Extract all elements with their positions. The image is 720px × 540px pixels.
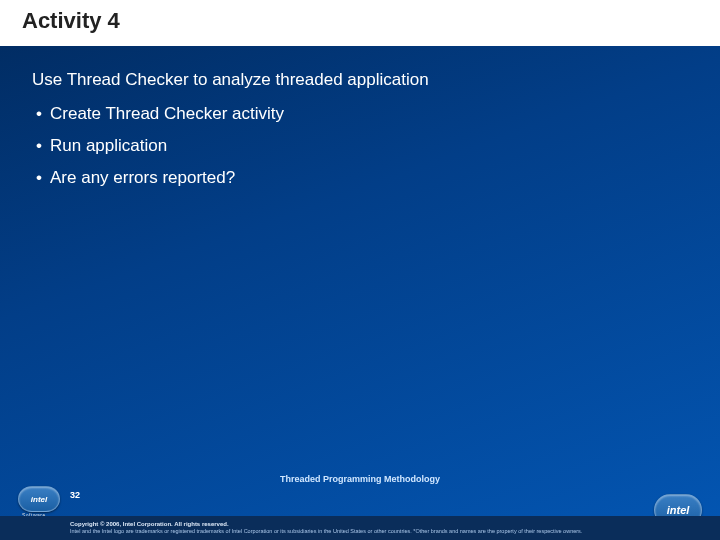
list-item: Are any errors reported? <box>36 168 698 188</box>
footer-topic: Threaded Programming Methodology <box>0 474 720 484</box>
intel-software-logo: intel <box>18 486 60 512</box>
lead-text: Use Thread Checker to analyze threaded a… <box>32 70 698 90</box>
trademark-text: Intel and the Intel logo are trademarks … <box>70 528 708 536</box>
list-item: Create Thread Checker activity <box>36 104 698 124</box>
title-bar: Activity 4 <box>0 0 720 46</box>
copyright-bar: Copyright © 2006, Intel Corporation. All… <box>0 516 720 540</box>
content-area: Use Thread Checker to analyze threaded a… <box>0 46 720 188</box>
bullet-list: Create Thread Checker activity Run appli… <box>32 104 698 188</box>
list-item: Run application <box>36 136 698 156</box>
copyright-text: Copyright © 2006, Intel Corporation. All… <box>70 520 708 528</box>
intel-logo-icon: intel <box>18 486 60 512</box>
slide-number: 32 <box>70 490 80 500</box>
slide-title: Activity 4 <box>22 8 698 34</box>
slide: Activity 4 Use Thread Checker to analyze… <box>0 0 720 540</box>
